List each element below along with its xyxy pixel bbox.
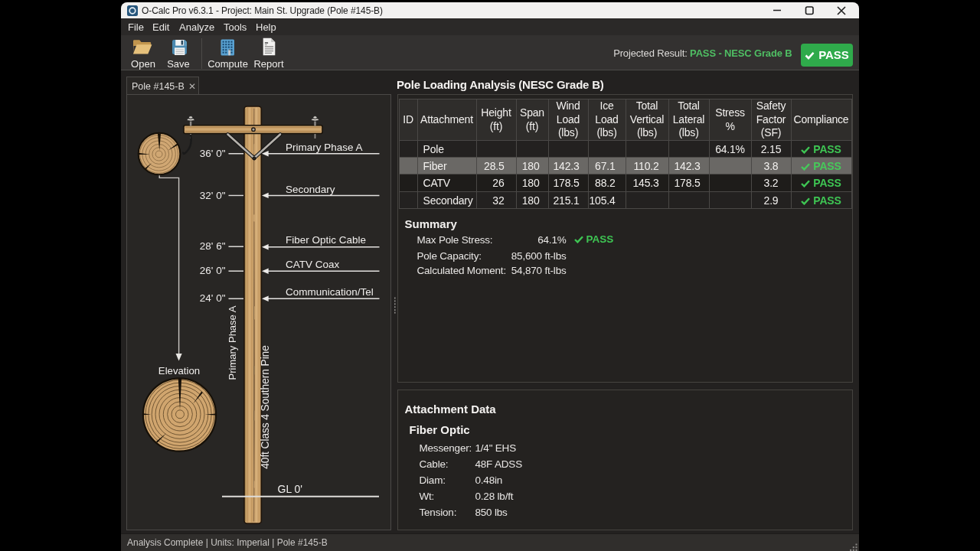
svg-text:Primary Phase A: Primary Phase A (227, 305, 238, 380)
svg-text:Fiber Optic Cable: Fiber Optic Cable (286, 234, 366, 246)
svg-text:Elevation: Elevation (158, 365, 200, 377)
svg-text:Secondary: Secondary (286, 184, 335, 195)
svg-text:Primary Phase A: Primary Phase A (286, 142, 363, 153)
svg-text:28' 6": 28' 6" (200, 240, 226, 252)
svg-text:26' 0": 26' 0" (200, 265, 226, 276)
svg-text:24' 0": 24' 0" (200, 292, 226, 304)
svg-text:40ft Class 4 Southern Pine: 40ft Class 4 Southern Pine (260, 345, 271, 469)
svg-text:GL 0': GL 0' (278, 483, 303, 495)
svg-text:36' 0": 36' 0" (200, 148, 226, 159)
svg-text:CATV Coax: CATV Coax (286, 259, 340, 270)
svg-text:Communication/Tel: Communication/Tel (286, 286, 374, 298)
svg-text:32' 0": 32' 0" (200, 190, 226, 201)
